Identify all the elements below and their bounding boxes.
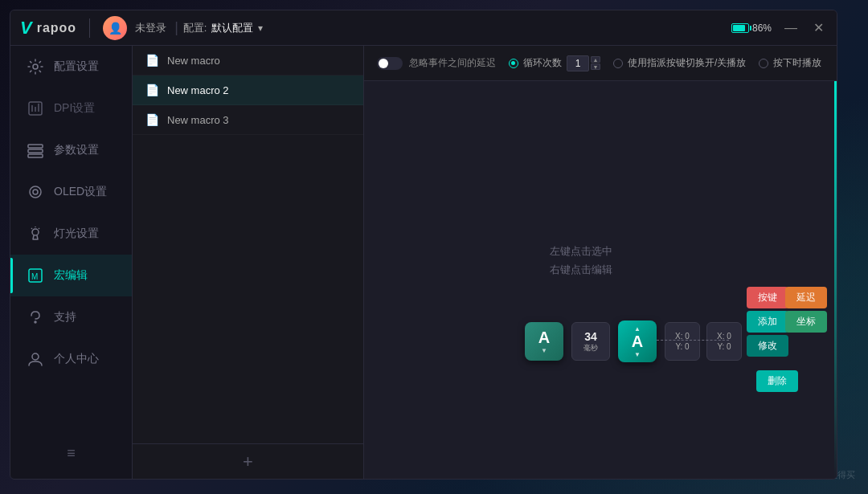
toggle-play-radio[interactable] [613,59,623,68]
battery-indicator: 86% [731,22,772,34]
hold-play-label: 按下时播放 [773,56,821,70]
main-panel: 📄 New macro 📄 New macro 2 📄 New macro 3 … [133,46,837,479]
hold-play-option[interactable]: 按下时播放 [759,56,821,70]
editor-toolbar: 忽略事件之间的延迟 循环次数 ▲ ▼ [364,46,837,81]
ms-box: 34 毫秒 [571,322,610,361]
macro-name-1: New macro 2 [167,84,229,96]
key-a-teal-label: A [632,333,643,351]
app-window: V rapoo 👤 未登录 | 配置: 默认配置 ▾ 86% — ✕ [10,10,837,480]
close-button[interactable]: ✕ [810,18,827,37]
macro-file-icon-0: 📄 [145,54,159,67]
sidebar-item-params[interactable]: 参数设置 [10,129,132,171]
svg-text:M: M [31,272,38,281]
btn-key[interactable]: 按键 [747,287,788,308]
hold-play-radio[interactable] [759,59,768,68]
macro-list-panel: 📄 New macro 📄 New macro 2 📄 New macro 3 … [133,46,364,479]
support-icon [27,308,44,326]
svg-point-16 [35,321,36,323]
macro-items: 📄 New macro 📄 New macro 2 📄 New macro 3 [133,46,363,443]
svg-point-9 [33,190,38,194]
macro-item-0[interactable]: 📄 New macro [133,46,363,76]
sidebar-item-dpi[interactable]: DPI设置 [10,88,132,129]
macro-icon: M [27,267,44,284]
sidebar: 配置设置 DPI设置 [10,46,133,479]
sidebar-item-support[interactable]: 支持 [10,296,132,338]
minimize-button[interactable]: — [781,19,800,37]
num-down-arrow[interactable]: ▼ [591,63,600,70]
coord-box-1: X: 0 Y: 0 [665,322,700,361]
loop-number: ▲ ▼ [567,55,600,71]
ms-label: 毫秒 [583,343,598,353]
loop-option[interactable]: 循环次数 ▲ ▼ [509,55,600,71]
sidebar-label-config: 配置设置 [54,59,99,74]
sidebar-label-user: 个人中心 [54,352,99,366]
btn-modify[interactable]: 修改 [747,335,788,357]
macro-name-2: New macro 3 [167,114,229,126]
btn-delay[interactable]: 延迟 [785,287,827,308]
sidebar-bottom: ≡ [10,435,132,479]
config-area: | 配置: 默认配置 ▾ [174,19,263,36]
macro-file-icon-2: 📄 [145,113,159,126]
sidebar-label-params: 参数设置 [54,143,99,157]
editor-canvas: 左键点击选中 右键点击编辑 A ▼ [364,81,837,479]
macro-key-a-card[interactable]: A ▼ [525,322,563,361]
editor-instruction: 左键点击选中 右键点击编辑 [550,241,612,279]
sidebar-item-light[interactable]: 灯光设置 [10,213,132,255]
oled-icon [27,183,44,201]
avatar: 👤 [103,16,127,40]
svg-point-0 [33,64,38,69]
macro-item-2[interactable]: 📄 New macro 3 [133,105,363,135]
sidebar-label-oled: OLED设置 [54,185,107,199]
coord-box-2: X: 0 Y: 0 [706,322,742,361]
btn-delete[interactable]: 删除 [756,370,798,392]
btn-coord[interactable]: 坐标 [785,311,827,333]
menu-icon[interactable]: ≡ [10,435,132,471]
sidebar-item-config[interactable]: 配置设置 [10,46,132,88]
logo-v-icon: V [20,18,32,39]
user-icon [27,350,44,368]
params-icon [27,141,44,159]
ignore-delay-label: 忽略事件之间的延迟 [409,56,496,70]
num-arrows: ▲ ▼ [591,56,600,70]
instruction-line2: 右键点击编辑 [550,260,612,279]
content-area: 配置设置 DPI设置 [10,46,837,479]
toggle-play-label: 使用指派按键切换开/关播放 [628,56,746,70]
loop-radio[interactable] [509,59,518,68]
sidebar-item-oled[interactable]: OLED设置 [10,171,132,213]
ignore-delay-toggle[interactable]: 忽略事件之间的延迟 [377,56,496,70]
sidebar-label-macro: 宏编辑 [54,268,88,283]
battery-percent: 86% [752,22,772,34]
macro-add-button[interactable]: + [133,443,363,479]
logo-rapoo: rapoo [37,21,76,35]
sidebar-item-macro[interactable]: M 宏编辑 [10,255,132,296]
key-a-label: A [538,329,550,347]
toggle-play-option[interactable]: 使用指派按键切换开/关播放 [613,56,746,70]
macro-key-a-teal[interactable]: ▲ A ▼ [618,320,657,362]
num-up-arrow[interactable]: ▲ [591,56,600,63]
light-icon [27,225,44,243]
battery-fill [733,25,745,31]
sidebar-item-user[interactable]: 个人中心 [10,338,132,380]
macro-file-icon-1: 📄 [145,84,159,96]
svg-rect-5 [28,145,43,148]
btn-add[interactable]: 添加 [747,311,788,333]
dpi-icon [27,100,44,117]
config-label: 配置: [183,21,207,35]
loop-input[interactable] [567,55,589,71]
user-name: 未登录 [135,21,166,35]
loop-label: 循环次数 [523,56,562,70]
coord-y2: Y: 0 [717,342,731,351]
macro-item-1[interactable]: 📄 New macro 2 [133,76,363,105]
toggle-switch[interactable] [377,57,403,70]
battery-icon [731,23,749,33]
config-dropdown-icon[interactable]: ▾ [258,22,263,34]
svg-rect-7 [28,154,43,157]
title-divider [89,18,90,38]
title-controls: 86% — ✕ [731,18,827,37]
config-icon [27,58,44,76]
key-a-teal-down: ▼ [634,351,641,358]
title-bar: V rapoo 👤 未登录 | 配置: 默认配置 ▾ 86% — ✕ [10,10,837,46]
svg-line-12 [39,228,39,229]
svg-line-13 [31,228,32,229]
coord-y1: Y: 0 [675,342,689,351]
